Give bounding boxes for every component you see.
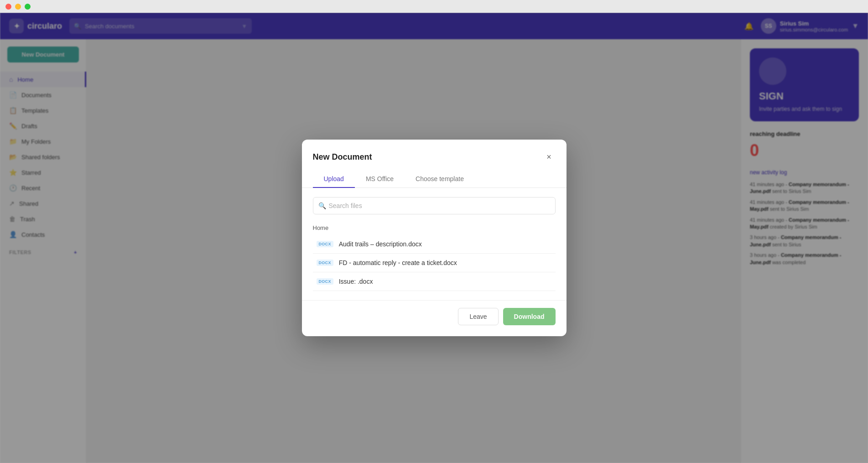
modal-backdrop: New Document × Upload MS Office Choose t… — [0, 13, 868, 463]
file-item[interactable]: docx Audit trails – description.docx — [313, 235, 556, 254]
modal-footer: Leave Download — [302, 300, 567, 336]
tab-ms-office[interactable]: MS Office — [355, 171, 405, 188]
file-name: FD - automatic reply - create a ticket.d… — [339, 259, 552, 266]
file-name: Issue: .docx — [339, 278, 552, 285]
file-search-icon: 🔍 — [318, 202, 326, 209]
window-chrome — [0, 0, 868, 13]
modal-tabs: Upload MS Office Choose template — [302, 163, 567, 188]
download-button[interactable]: Download — [503, 308, 556, 325]
tab-upload[interactable]: Upload — [313, 171, 355, 188]
maximize-traffic-light[interactable] — [25, 4, 31, 10]
minimize-traffic-light[interactable] — [15, 4, 21, 10]
modal-body: 🔍 Home docx Audit trails – description.d… — [302, 188, 567, 300]
new-document-modal: New Document × Upload MS Office Choose t… — [302, 140, 567, 336]
close-traffic-light[interactable] — [5, 4, 11, 10]
file-badge: docx — [317, 260, 333, 266]
file-search-wrapper: 🔍 — [313, 197, 556, 214]
modal-header: New Document × — [302, 140, 567, 163]
tab-choose-template[interactable]: Choose template — [405, 171, 475, 188]
file-item[interactable]: docx Issue: .docx — [313, 272, 556, 291]
file-badge: docx — [317, 241, 333, 247]
leave-button[interactable]: Leave — [458, 308, 498, 325]
file-item[interactable]: docx FD - automatic reply - create a tic… — [313, 254, 556, 272]
folder-label: Home — [313, 222, 556, 235]
file-name: Audit trails – description.docx — [339, 240, 552, 248]
file-badge: docx — [317, 278, 333, 285]
file-list-section: Home docx Audit trails – description.doc… — [313, 222, 556, 291]
modal-close-button[interactable]: × — [543, 151, 556, 163]
modal-title: New Document — [313, 152, 372, 162]
file-search-input[interactable] — [313, 197, 556, 214]
